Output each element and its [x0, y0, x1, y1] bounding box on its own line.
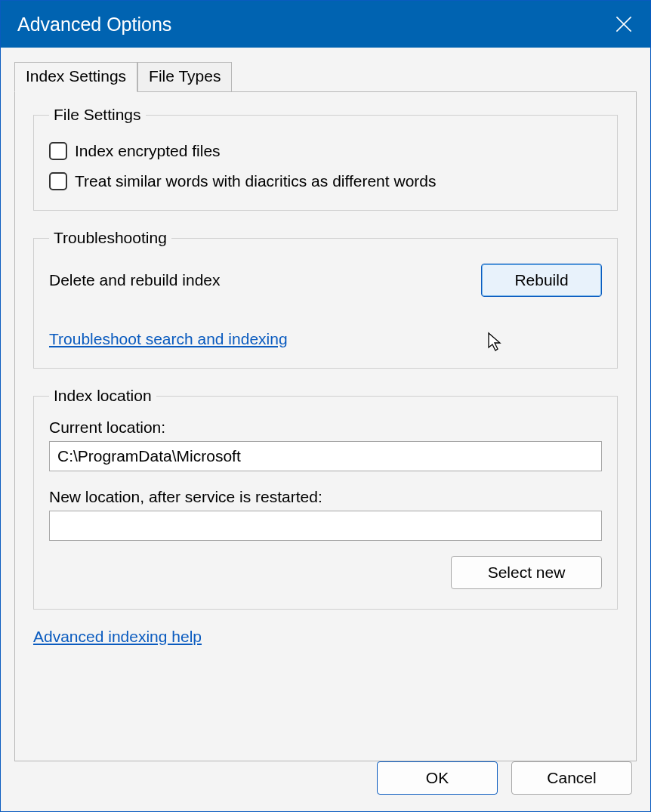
tab-label: Index Settings	[26, 67, 126, 85]
new-location-field	[49, 511, 602, 541]
checkbox-row-diacritics: Treat similar words with diacritics as d…	[49, 172, 602, 190]
select-new-button[interactable]: Select new	[451, 556, 602, 589]
checkbox-index-encrypted[interactable]	[49, 142, 67, 160]
button-label: Cancel	[547, 769, 596, 787]
checkbox-label: Index encrypted files	[75, 142, 221, 160]
button-label: Rebuild	[514, 271, 568, 289]
checkbox-diacritics[interactable]	[49, 172, 67, 190]
window-title: Advanced Options	[17, 14, 597, 36]
dialog-button-row: OK Cancel	[1, 761, 650, 811]
select-new-row: Select new	[49, 556, 602, 589]
rebuild-row: Delete and rebuild index Rebuild	[49, 264, 602, 297]
new-location-label: New location, after service is restarted…	[49, 488, 602, 506]
group-file-settings: File Settings Index encrypted files Trea…	[33, 106, 618, 211]
group-index-location: Index location Current location: C:\Prog…	[33, 387, 618, 610]
checkbox-label: Treat similar words with diacritics as d…	[75, 172, 436, 190]
checkbox-row-encrypted: Index encrypted files	[49, 142, 602, 160]
button-label: Select new	[488, 563, 566, 582]
current-location-value: C:\ProgramData\Microsoft	[57, 447, 241, 465]
close-icon	[616, 16, 632, 32]
tab-file-types[interactable]: File Types	[137, 62, 232, 92]
close-button[interactable]	[597, 1, 650, 48]
ok-button[interactable]: OK	[377, 761, 498, 795]
tab-label: File Types	[149, 67, 221, 85]
button-label: OK	[426, 769, 449, 787]
current-location-label: Current location:	[49, 418, 602, 437]
group-legend: Troubleshooting	[49, 229, 171, 247]
troubleshoot-link[interactable]: Troubleshoot search and indexing	[49, 330, 288, 348]
cancel-button[interactable]: Cancel	[511, 761, 632, 795]
tabstrip: Index Settings File Types	[1, 48, 650, 91]
tab-index-settings[interactable]: Index Settings	[14, 62, 137, 92]
rebuild-label: Delete and rebuild index	[49, 271, 221, 289]
tab-panel-index-settings: File Settings Index encrypted files Trea…	[14, 91, 637, 761]
dialog-window: Advanced Options Index Settings File Typ…	[0, 0, 651, 812]
group-troubleshooting: Troubleshooting Delete and rebuild index…	[33, 229, 618, 369]
group-legend: Index location	[49, 387, 156, 405]
help-link-row: Advanced indexing help	[33, 628, 618, 646]
rebuild-button[interactable]: Rebuild	[481, 264, 602, 297]
current-location-field: C:\ProgramData\Microsoft	[49, 441, 602, 471]
group-legend: File Settings	[49, 106, 146, 124]
advanced-help-link[interactable]: Advanced indexing help	[33, 628, 202, 646]
titlebar: Advanced Options	[1, 1, 650, 48]
